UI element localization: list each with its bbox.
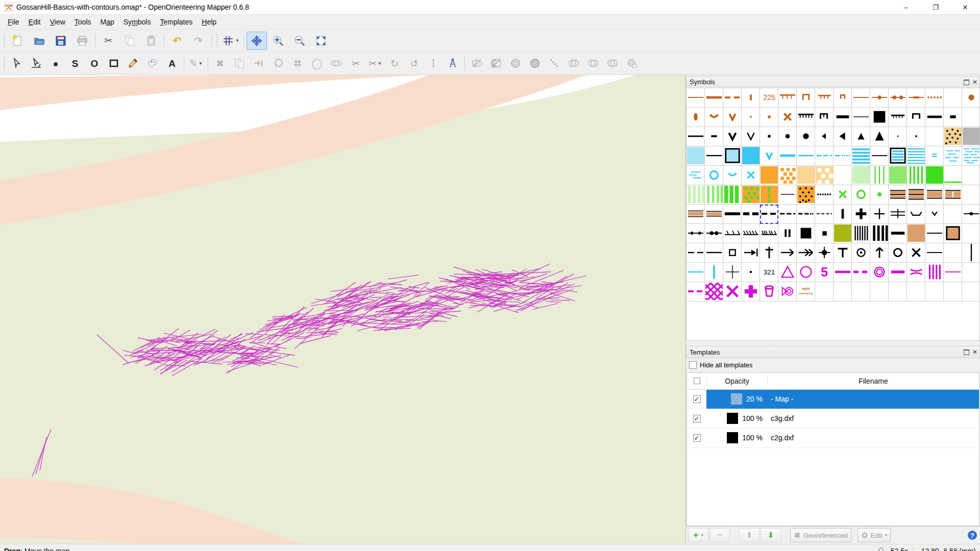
undo-button[interactable]: ↶ [167,32,187,50]
print-button[interactable] [72,32,92,50]
template-visible-checkbox[interactable]: ✓ [693,395,701,403]
redo-button[interactable]: ↷ [188,32,209,50]
float-panel-icon[interactable] [964,349,969,355]
symbol-cell-r10c16[interactable] [962,263,980,282]
symbol-cell-r5c12[interactable] [889,166,907,185]
symbol-cell-r5c6[interactable] [778,166,797,185]
symbol-cell-r2c1[interactable] [687,108,705,127]
symbol-cell-r5c16[interactable] [962,166,980,185]
symbol-cell-r6c16[interactable] [962,185,980,205]
symbol-cell-r7c3[interactable] [723,205,742,224]
hide-all-templates-checkbox[interactable] [689,361,697,369]
symbol-cell-r7c1[interactable] [687,205,705,224]
symbol-cell-r8c5[interactable] [760,224,778,243]
cut-button[interactable]: ✂ [98,32,118,50]
open-file-button[interactable] [29,32,50,50]
intersect-area-button[interactable] [526,55,544,72]
symbol-cell-r6c2[interactable] [705,185,723,205]
symbol-cell-r5c13[interactable] [907,166,925,185]
symbol-cell-r3c16[interactable] [962,127,980,146]
symbol-cell-r1c11[interactable] [870,88,889,108]
draw-freehand-button[interactable] [124,55,142,72]
measure-lengths-button[interactable] [444,55,462,72]
symbol-cell-r2c10[interactable] [852,108,870,127]
symbol-cell-r6c9[interactable] [834,185,852,205]
symbol-cell-r6c13[interactable] [907,185,925,205]
symbol-cell-r3c2[interactable] [705,127,723,146]
menu-edit[interactable]: Edit [24,16,45,28]
symbol-cell-r6c10[interactable] [852,185,870,205]
float-panel-icon[interactable] [964,80,969,85]
symbol-cell-r10c15[interactable] [944,263,962,282]
symbol-cell-r5c15[interactable] [944,166,962,185]
symbol-cell-r4c2[interactable] [705,146,723,166]
symbol-cell-r4c14[interactable] [925,146,944,166]
symbol-cell-r11c5[interactable] [760,282,778,302]
symbol-cell-r11c10[interactable] [852,282,870,302]
symbol-cell-r8c3[interactable] [723,224,742,243]
symbol-cell-r3c13[interactable] [907,127,925,146]
draw-paths-button[interactable]: S [66,55,84,72]
symbol-cell-r10c8[interactable]: 5 [815,263,834,282]
symbol-cell-r10c5[interactable]: 321 [760,263,778,282]
symbol-cell-r7c2[interactable] [705,205,723,224]
symbol-cell-r2c9[interactable] [834,108,852,127]
set-point-objects-button[interactable] [46,55,65,72]
symbol-cell-r10c9[interactable] [834,263,852,282]
symbol-cell-r3c15[interactable] [944,127,962,146]
symbol-cell-r10c10[interactable] [852,263,870,282]
symbol-cell-r7c9[interactable] [834,205,852,224]
switch-dashes-button[interactable] [288,55,307,72]
symbol-cell-r2c12[interactable] [889,108,907,127]
symbol-cell-r1c6[interactable] [778,88,797,108]
symbol-cell-r8c13[interactable] [907,224,925,243]
symbol-cell-r1c4[interactable] [742,88,760,108]
symbol-cell-r6c15[interactable] [944,185,962,205]
symbol-cell-r4c1[interactable] [687,146,705,166]
symbol-cell-r8c10[interactable] [852,224,870,243]
scribble-button[interactable]: ✎▼ [187,55,205,72]
add-template-button[interactable]: +▾ [688,528,708,542]
symbol-cell-r9c12[interactable] [889,243,907,263]
symbol-cell-r2c13[interactable] [907,108,925,127]
symbol-cell-r9c8[interactable] [815,243,834,263]
symbol-cell-r2c11[interactable] [870,108,889,127]
unify-areas-button[interactable] [565,55,583,72]
symbol-cell-r7c15[interactable] [944,205,962,224]
symbol-cell-r11c14[interactable] [925,282,944,302]
area-xor-2-button[interactable] [623,55,641,72]
symbol-cell-r10c11[interactable] [870,263,889,282]
symbol-cell-r1c13[interactable] [907,88,925,108]
symbol-cell-r10c6[interactable] [778,263,797,282]
template-visible-checkbox[interactable]: ✓ [693,434,701,442]
symbol-cell-r3c3[interactable] [723,127,742,146]
template-row-c2g-dxf[interactable]: ✓100 %c2g.dxf [687,429,979,448]
menu-view[interactable]: View [45,16,70,28]
symbol-cell-r4c3[interactable] [723,146,742,166]
toolbar-grip[interactable] [2,34,6,47]
symbol-cell-r7c4[interactable] [742,205,760,224]
cut-object-button[interactable]: ✂ [347,55,365,72]
symbol-cell-r10c12[interactable] [889,263,907,282]
toolbar-grip[interactable] [215,34,219,47]
symbol-cell-r1c1[interactable] [687,88,705,108]
symbol-cell-r2c7[interactable] [797,108,815,127]
symbol-cell-r1c15[interactable] [944,88,962,108]
symbol-cell-r3c11[interactable] [870,127,889,146]
symbol-cell-r11c11[interactable] [870,282,889,302]
duplicate-button[interactable] [230,55,249,72]
symbol-cell-r5c14[interactable] [925,166,944,185]
menu-tools[interactable]: Tools [70,16,96,28]
rotate-objects-button[interactable]: ↻ [385,55,404,72]
symbol-cell-r6c11[interactable] [870,185,889,205]
symbol-cell-r2c5[interactable] [760,108,778,127]
symbol-cell-r11c1[interactable] [687,282,705,302]
menu-help[interactable]: Help [197,16,221,28]
panel-splitter[interactable] [686,341,980,345]
symbol-cell-r10c14[interactable] [925,263,944,282]
new-file-button[interactable] [8,32,28,50]
write-text-button[interactable]: A [163,55,181,72]
symbol-cell-r4c9[interactable] [834,146,852,166]
symbol-cell-r6c1[interactable] [687,185,705,205]
symbol-cell-r8c8[interactable] [815,224,834,243]
